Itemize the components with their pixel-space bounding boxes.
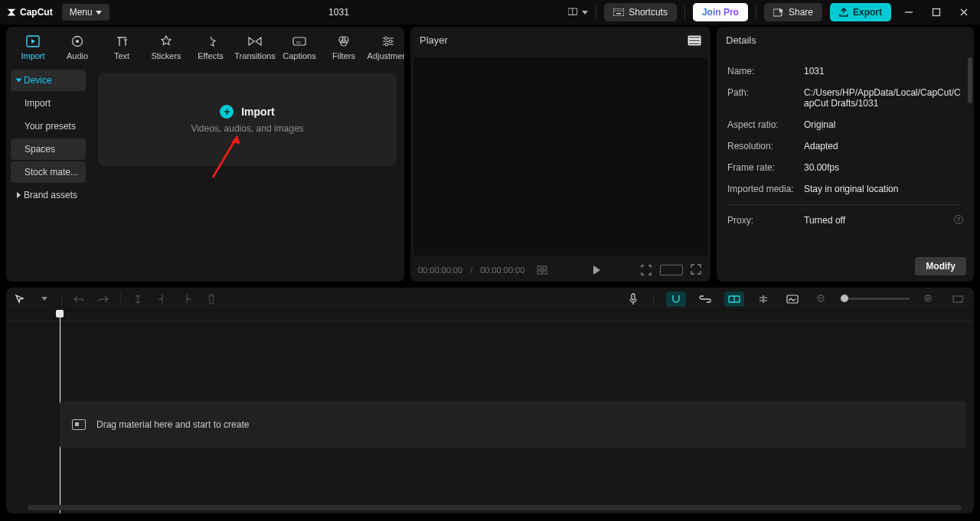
play-button[interactable] (593, 265, 600, 275)
svg-point-21 (385, 43, 388, 46)
import-title: Import (241, 106, 275, 118)
svg-rect-25 (543, 271, 547, 274)
detail-aspect-value: Original (804, 119, 963, 130)
svg-rect-7 (616, 13, 621, 15)
split-left-tool[interactable] (155, 291, 170, 307)
cover-tool[interactable] (782, 291, 802, 307)
scan-icon[interactable] (640, 264, 652, 276)
selection-dropdown[interactable] (37, 291, 52, 307)
import-subtitle: Videos, audios, and images (191, 123, 303, 134)
thumbnail-icon[interactable] (537, 265, 547, 275)
timeline-dropzone[interactable]: Drag material here and start to create (60, 401, 966, 448)
detail-name-label: Name: (727, 66, 804, 77)
svg-point-13 (76, 40, 79, 43)
chevron-down-icon (96, 11, 102, 15)
fullscreen-icon[interactable] (691, 264, 703, 276)
detail-framerate-label: Frame rate: (727, 162, 804, 173)
modify-button[interactable]: Modify (915, 257, 966, 275)
link-tool[interactable] (695, 291, 715, 307)
sidebar-item-presets[interactable]: Your presets (11, 116, 86, 137)
svg-text:cc: cc (296, 40, 301, 44)
timeline-ruler[interactable] (6, 311, 974, 321)
player-controls: 00:00:00:00 / 00:00:00:00 (410, 259, 710, 282)
timeline-body[interactable]: Drag material here and start to create (6, 311, 974, 513)
detail-proxy-value: Turned off (804, 215, 954, 226)
sidebar-item-import[interactable]: Import (11, 93, 86, 114)
timeline-panel: Drag material here and start to create (6, 288, 974, 513)
help-icon[interactable]: ? (954, 215, 963, 224)
timeline-scrollbar[interactable] (28, 505, 962, 510)
keyboard-icon (613, 8, 624, 16)
svg-point-3 (615, 10, 616, 11)
player-header: Player (410, 27, 710, 54)
selection-tool[interactable] (12, 291, 28, 307)
svg-rect-22 (537, 266, 541, 269)
tab-effects[interactable]: Effects (188, 30, 233, 65)
details-header: Details (717, 27, 974, 54)
tab-captions[interactable]: cc Captions (277, 30, 322, 65)
window-maximize-button[interactable] (926, 3, 946, 21)
shortcuts-button[interactable]: Shortcuts (604, 3, 677, 21)
sidebar-item-device[interactable]: Device (11, 70, 86, 91)
share-button[interactable]: Share (764, 3, 822, 21)
mic-button[interactable] (626, 291, 641, 307)
tab-stickers[interactable]: Stickers (144, 30, 188, 65)
tab-text[interactable]: Text (100, 30, 144, 65)
export-button[interactable]: Export (830, 3, 891, 21)
zoom-fit-button[interactable] (948, 291, 968, 307)
detail-aspect-label: Aspect ratio: (727, 119, 804, 130)
window-close-button[interactable] (954, 3, 974, 21)
svg-rect-33 (953, 296, 962, 302)
split-tool[interactable] (130, 291, 145, 307)
media-icon (72, 419, 86, 430)
redo-button[interactable] (96, 291, 111, 307)
details-scrollbar[interactable] (968, 57, 972, 103)
svg-rect-10 (933, 9, 940, 16)
import-dropzone[interactable]: + Import Videos, audios, and images (98, 73, 397, 166)
zoom-in-button[interactable] (919, 291, 939, 307)
app-logo: CapCut (6, 7, 53, 18)
zoom-out-button[interactable] (812, 291, 831, 307)
align-tool[interactable] (753, 291, 773, 307)
app-name: CapCut (20, 7, 53, 18)
stickers-icon (159, 34, 173, 48)
magnet-tool[interactable] (666, 291, 686, 307)
sidebar-item-spaces[interactable]: Spaces (11, 138, 86, 160)
detail-framerate-value: 30.00fps (804, 162, 963, 173)
player-current-time: 00:00:00:00 (418, 265, 462, 275)
details-title: Details (726, 34, 756, 46)
menu-button[interactable]: Menu (62, 4, 109, 21)
tab-import[interactable]: Import (11, 30, 55, 65)
aspect-ratio-button[interactable] (660, 265, 683, 275)
captions-icon: cc (292, 34, 306, 48)
player-menu-button[interactable] (688, 35, 701, 46)
svg-rect-24 (537, 271, 541, 274)
detail-name-value: 1031 (804, 66, 963, 77)
svg-rect-23 (543, 266, 547, 269)
import-icon (26, 34, 40, 48)
capcut-logo-icon (6, 7, 17, 18)
tab-adjustment[interactable]: Adjustment (366, 30, 404, 65)
preview-tool[interactable] (724, 291, 744, 307)
detail-imported-label: Imported media: (727, 184, 804, 194)
svg-point-19 (384, 37, 387, 40)
undo-button[interactable] (71, 291, 87, 307)
player-viewport[interactable] (413, 57, 707, 256)
svg-point-6 (622, 10, 623, 11)
join-pro-button[interactable]: Join Pro (693, 3, 748, 21)
tab-transitions[interactable]: Transitions (233, 30, 277, 65)
sidebar-item-stock[interactable]: Stock mate... (11, 161, 86, 183)
zoom-slider[interactable] (841, 298, 910, 300)
timeline-drop-hint: Drag material here and start to create (96, 419, 249, 430)
delete-tool[interactable] (204, 291, 219, 307)
layout-button[interactable] (568, 3, 588, 21)
tab-audio[interactable]: Audio (55, 30, 100, 65)
tab-filters[interactable]: Filters (322, 30, 366, 65)
split-right-tool[interactable] (179, 291, 194, 307)
window-minimize-button[interactable] (899, 3, 919, 21)
svg-rect-26 (632, 294, 635, 300)
svg-point-5 (619, 10, 621, 11)
sidebar-item-brand[interactable]: Brand assets (11, 184, 86, 206)
text-icon (115, 34, 129, 48)
import-sidebar: Device Import Your presets Spaces Stock … (6, 65, 90, 282)
